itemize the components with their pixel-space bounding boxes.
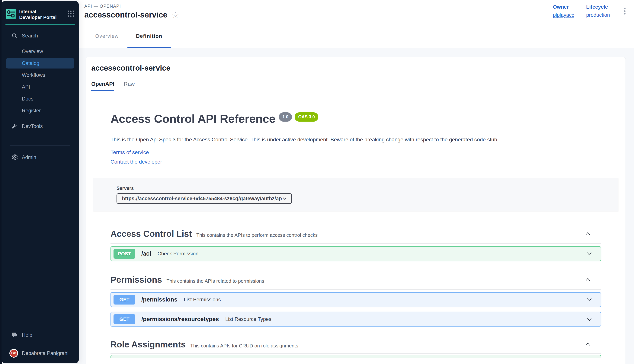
owner-meta: Owner plplayacc [553, 4, 574, 18]
sidebar-item-register[interactable]: Register [6, 106, 74, 116]
sidebar-item-admin[interactable]: Admin [6, 152, 74, 162]
section-title: Permissions [110, 274, 162, 285]
sidebar-item-label: Workflows [22, 72, 45, 78]
brand-row: Internal Developer Portal [2, 1, 79, 20]
sidebar-item-catalog[interactable]: Catalog [6, 58, 74, 68]
op-path: /permissions [141, 296, 177, 303]
user-name: Debabrata Panigrahi [22, 350, 68, 356]
admin-block: Admin [6, 146, 74, 162]
tab-openapi[interactable]: OpenAPI [91, 81, 114, 91]
sidebar-item-label: Overview [22, 48, 43, 54]
content-area: accesscontrol-service OpenAPI Raw Access… [79, 48, 634, 364]
server-url: https://accesscontrol-service-6d45755484… [122, 196, 282, 202]
definition-card: accesscontrol-service OpenAPI Raw Access… [86, 57, 626, 364]
sidebar-item-label: Admin [22, 154, 36, 160]
contact-developer-link[interactable]: Contact the developer [110, 159, 601, 165]
sidebar-divider [10, 146, 70, 146]
apps-grid-icon[interactable] [68, 10, 74, 17]
search-icon [11, 33, 18, 38]
sidebar-item-api[interactable]: API [6, 82, 74, 92]
owner-label: Owner [553, 4, 574, 10]
main-area: API — OPENAPI accesscontrol-service ☆ Ow… [79, 0, 634, 364]
sidebar-item-label: Search [22, 33, 38, 39]
terms-of-service-link[interactable]: Terms of service [110, 150, 601, 156]
api-info: Access Control API Reference 1.0 OAS 3.0… [110, 112, 601, 165]
sidebar-nav: Search Overview Catalog Workflows API Do… [2, 25, 79, 164]
card-title: accesscontrol-service [91, 64, 620, 72]
chevron-up-icon[interactable] [584, 230, 592, 238]
section-description: This contains the APIs to perform access… [196, 232, 318, 238]
opblock-partial[interactable] [110, 355, 601, 358]
chevron-down-icon[interactable] [586, 316, 593, 323]
tab-raw[interactable]: Raw [124, 81, 134, 91]
sidebar-item-devtools[interactable]: DevTools [6, 121, 74, 132]
owner-link[interactable]: plplayacc [553, 12, 574, 18]
method-badge: GET [114, 314, 135, 324]
op-summary: List Resource Types [225, 316, 271, 322]
opblock-get-permissions[interactable]: GET /permissions List Permissions [110, 292, 601, 307]
servers-label: Servers [116, 186, 595, 191]
section-description: This contains the APIs related to permis… [166, 278, 264, 284]
section-header[interactable]: Access Control List This contains the AP… [110, 229, 601, 239]
sidebar-item-docs[interactable]: Docs [6, 94, 74, 104]
sidebar-item-help[interactable]: ? Help [6, 330, 74, 340]
oas-badge: OAS 3.0 [294, 112, 318, 122]
opblock-get-permissions-resourcetypes[interactable]: GET /permissions/resourcetypes List Reso… [110, 312, 601, 326]
section-divider [110, 353, 601, 354]
lifecycle-value: production [586, 12, 610, 18]
op-path: /permissions/resourcetypes [141, 316, 219, 322]
servers-select[interactable]: https://accesscontrol-service-6d45755484… [116, 193, 292, 204]
entity-tabs: Overview Definition [79, 24, 634, 48]
definition-format-tabs: OpenAPI Raw [91, 81, 620, 91]
op-path: /acl [141, 250, 151, 257]
section-header[interactable]: Permissions This contains the APIs relat… [110, 274, 601, 285]
avatar: DP [10, 349, 18, 358]
version-badge: 1.0 [279, 112, 292, 122]
page-title: accesscontrol-service [84, 10, 167, 20]
sidebar-item-workflows[interactable]: Workflows [6, 70, 74, 80]
sidebar-item-label: API [22, 84, 30, 90]
method-badge: GET [114, 295, 135, 304]
servers-panel: Servers https://accesscontrol-service-6d… [93, 178, 618, 211]
section-title: Role Assignments [110, 339, 186, 350]
tab-definition[interactable]: Definition [128, 24, 171, 48]
section-title: Access Control List [110, 229, 192, 239]
sidebar-item-label: Docs [22, 96, 34, 102]
sidebar-item-label: Register [22, 108, 41, 114]
kebab-menu-icon[interactable] [622, 7, 628, 15]
section-divider [110, 289, 601, 290]
brand-title: Internal Developer Portal [19, 9, 57, 20]
sidebar-item-label: Catalog [22, 60, 39, 66]
gear-icon [11, 154, 18, 160]
chevron-down-icon[interactable] [586, 296, 593, 304]
breadcrumb: API — OPENAPI [84, 4, 634, 9]
sidebar-bottom: ? Help DP Debabrata Panigrahi [2, 322, 79, 363]
method-badge: POST [114, 249, 135, 258]
sidebar-item-search[interactable]: Search [6, 30, 74, 41]
api-description: This is the Open Api Spec 3 for the Acce… [110, 137, 601, 143]
lifecycle-meta: Lifecycle production [586, 4, 610, 18]
sidebar-item-overview[interactable]: Overview [6, 46, 74, 57]
tab-overview[interactable]: Overview [86, 24, 128, 48]
section-divider [110, 243, 601, 244]
svg-text:?: ? [13, 333, 15, 336]
help-icon: ? [11, 332, 18, 338]
op-summary: Check Permission [158, 251, 198, 257]
sidebar-item-label: DevTools [22, 124, 43, 129]
chevron-down-icon[interactable] [586, 250, 593, 258]
chevron-up-icon[interactable] [584, 276, 592, 284]
sidebar-divider [21, 118, 57, 118]
sidebar-item-label: Help [22, 332, 32, 338]
star-icon[interactable]: ☆ [172, 10, 179, 19]
chevron-up-icon[interactable] [584, 341, 592, 348]
opblock-post-acl[interactable]: POST /acl Check Permission [110, 246, 601, 261]
user-profile[interactable]: DP Debabrata Panigrahi [6, 349, 74, 358]
portal-logo-icon [6, 9, 16, 19]
section-access-control-list: Access Control List This contains the AP… [110, 229, 601, 261]
section-permissions: Permissions This contains the APIs relat… [110, 274, 601, 326]
section-header[interactable]: Role Assignments This contains APIs for … [110, 339, 601, 350]
sidebar: Internal Developer Portal Search Overvie… [2, 1, 79, 363]
section-description: This contains APIs for CRUD on role assi… [190, 343, 298, 349]
section-role-assignments: Role Assignments This contains APIs for … [110, 339, 601, 358]
chevron-down-icon [282, 196, 287, 201]
